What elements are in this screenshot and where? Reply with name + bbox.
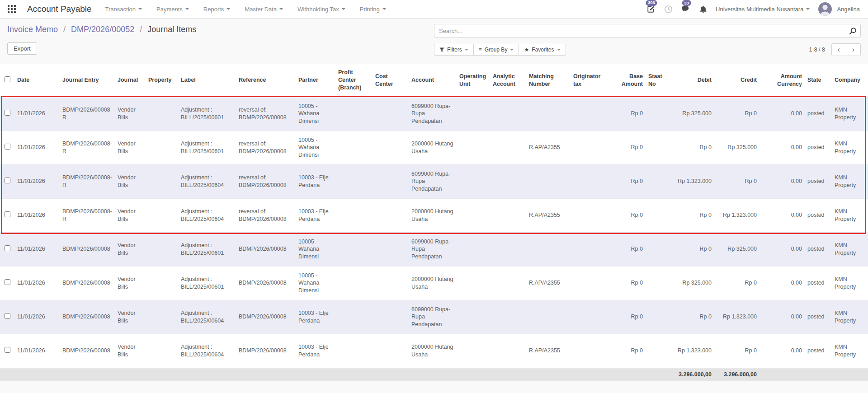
top-menu-item[interactable]: Withholding Tax bbox=[297, 6, 345, 13]
table-row[interactable]: 11/01/2026 BDMP/2026/00008-R Vendor Bill… bbox=[0, 97, 868, 131]
cell-analytic-account bbox=[490, 97, 526, 131]
journal-items-table: Date Journal Entry Journal Property Labe… bbox=[0, 64, 868, 381]
row-checkbox[interactable] bbox=[5, 144, 10, 150]
column-header-label[interactable]: Label bbox=[178, 64, 236, 97]
column-header-date[interactable]: Date bbox=[14, 64, 60, 97]
cell-profit-center bbox=[335, 97, 373, 131]
cell-cost-center bbox=[373, 164, 409, 198]
total-debit: 3.296.000,00 bbox=[669, 368, 714, 381]
cell-partner: 10003 - Elje Perdana bbox=[296, 334, 335, 368]
column-header-originator-tax[interactable]: Originator tax bbox=[571, 64, 610, 97]
apps-menu-icon[interactable] bbox=[7, 5, 16, 14]
search-input[interactable] bbox=[434, 24, 861, 37]
row-checkbox[interactable] bbox=[5, 313, 10, 319]
top-menu-item[interactable]: Reports bbox=[203, 6, 231, 13]
top-menu-item[interactable]: Transaction bbox=[105, 6, 142, 13]
cell-originator-tax bbox=[571, 300, 610, 334]
column-header-credit[interactable]: Credit bbox=[714, 64, 760, 97]
messages-button[interactable]: 393 bbox=[646, 5, 656, 14]
breadcrumb-document[interactable]: DMP/2026/00052 bbox=[71, 25, 134, 34]
cell-property bbox=[146, 164, 178, 198]
top-menu-item[interactable]: Master Data bbox=[245, 6, 283, 13]
top-menu-item[interactable]: Printing bbox=[360, 6, 386, 13]
cell-base-amount: Rp 0 bbox=[610, 97, 646, 131]
column-header-base-amount[interactable]: Base Amount bbox=[610, 64, 646, 97]
table-row[interactable]: 11/01/2026 BDMP/2026/00008 Vendor Bills … bbox=[0, 232, 868, 266]
group-by-button[interactable]: ≡ Group By bbox=[473, 44, 519, 56]
cell-credit: Rp 1.323.000 bbox=[714, 300, 760, 334]
row-checkbox[interactable] bbox=[5, 347, 10, 353]
user-avatar[interactable] bbox=[818, 2, 832, 16]
cell-company: KMN Property bbox=[832, 198, 868, 232]
column-header-profit-center[interactable]: Profit Center (Branch) bbox=[335, 64, 373, 97]
row-checkbox[interactable] bbox=[5, 279, 10, 285]
cell-credit: Rp 325.000 bbox=[714, 232, 760, 266]
row-select-cell bbox=[0, 300, 14, 334]
cell-account: 2000000 Hutang Usaha bbox=[409, 131, 457, 164]
column-header-analytic-account[interactable]: Analytic Account bbox=[490, 64, 526, 97]
search-options: Filters ≡ Group By ★ Favorites bbox=[434, 44, 566, 56]
company-switcher[interactable]: Universitas Multimedia Nusantara bbox=[716, 6, 810, 13]
cell-operating-unit bbox=[457, 97, 490, 131]
chat-button[interactable]: 33 bbox=[681, 5, 691, 14]
column-header-debit[interactable]: Debit bbox=[669, 64, 714, 97]
cell-reference: reversal of: BDMP/2026/00008 bbox=[236, 97, 296, 131]
cell-property bbox=[146, 131, 178, 164]
column-header-operating-unit[interactable]: Operating Unit bbox=[457, 64, 490, 97]
cell-originator-tax bbox=[571, 164, 610, 198]
column-header-account[interactable]: Account bbox=[409, 64, 457, 97]
cell-amount-currency: 0,00 bbox=[760, 266, 805, 300]
table-row[interactable]: 11/01/2026 BDMP/2026/00008-R Vendor Bill… bbox=[0, 164, 868, 198]
row-checkbox[interactable] bbox=[5, 211, 10, 217]
table-row[interactable]: 11/01/2026 BDMP/2026/00008 Vendor Bills … bbox=[0, 334, 868, 368]
column-header-journal[interactable]: Journal bbox=[115, 64, 146, 97]
filters-button[interactable]: Filters bbox=[434, 44, 474, 56]
table-row[interactable]: 11/01/2026 BDMP/2026/00008 Vendor Bills … bbox=[0, 300, 868, 334]
export-button[interactable]: Export bbox=[7, 42, 37, 55]
column-header-state[interactable]: State bbox=[805, 64, 832, 97]
table-footer: 3.296.000,00 3.296.000,00 bbox=[0, 368, 868, 381]
column-header-amount-currency[interactable]: Amount Currency bbox=[760, 64, 805, 97]
column-header-partner[interactable]: Partner bbox=[296, 64, 335, 97]
cell-debit: Rp 1.323.000 bbox=[669, 334, 714, 368]
cell-date: 11/01/2026 bbox=[14, 334, 60, 368]
column-header-reference[interactable]: Reference bbox=[236, 64, 296, 97]
cell-profit-center bbox=[335, 131, 373, 164]
top-menu-item-label: Reports bbox=[203, 6, 224, 13]
column-header-property[interactable]: Property bbox=[146, 64, 178, 97]
cell-state: posted bbox=[805, 97, 832, 131]
table-row[interactable]: 11/01/2026 BDMP/2026/00008-R Vendor Bill… bbox=[0, 198, 868, 232]
column-header-staat-no[interactable]: Staat No bbox=[646, 64, 669, 97]
row-checkbox[interactable] bbox=[5, 110, 10, 116]
pager-previous-button[interactable]: ‹ bbox=[831, 43, 846, 56]
cell-staat-no bbox=[646, 131, 669, 164]
favorites-button[interactable]: ★ Favorites bbox=[519, 44, 566, 56]
cell-state: posted bbox=[805, 300, 832, 334]
breadcrumb-invoice-memo[interactable]: Invoice Memo bbox=[7, 25, 58, 34]
notifications-button[interactable] bbox=[699, 5, 707, 14]
select-all-checkbox[interactable] bbox=[5, 76, 10, 82]
cell-base-amount: Rp 0 bbox=[610, 164, 646, 198]
chevron-down-icon bbox=[342, 8, 345, 12]
row-select-cell bbox=[0, 198, 14, 232]
table-row[interactable]: 11/01/2026 BDMP/2026/00008-R Vendor Bill… bbox=[0, 131, 868, 164]
cell-reference: BDMP/2026/00008 bbox=[236, 232, 296, 266]
cell-analytic-account bbox=[490, 198, 526, 232]
search-icon[interactable] bbox=[849, 27, 857, 37]
top-menu-item[interactable]: Payments bbox=[156, 6, 189, 13]
cell-company: KMN Property bbox=[832, 232, 868, 266]
cell-account: 6099000 Rupa-Rupa Pendapatan bbox=[409, 300, 457, 334]
table-row[interactable]: 11/01/2026 BDMP/2026/00008 Vendor Bills … bbox=[0, 266, 868, 300]
row-checkbox[interactable] bbox=[5, 178, 10, 183]
column-header-journal-entry[interactable]: Journal Entry bbox=[60, 64, 115, 97]
column-header-company[interactable]: Company bbox=[832, 64, 868, 97]
column-header-cost-center[interactable]: Cost Center bbox=[373, 64, 409, 97]
activities-button[interactable] bbox=[664, 5, 673, 14]
cell-debit: Rp 0 bbox=[669, 300, 714, 334]
username: Angelina bbox=[837, 6, 860, 13]
cell-base-amount: Rp 0 bbox=[610, 232, 646, 266]
pager-next-button[interactable]: › bbox=[846, 43, 861, 56]
row-checkbox[interactable] bbox=[5, 245, 10, 251]
column-header-matching-number[interactable]: Matching Number bbox=[526, 64, 571, 97]
cell-company: KMN Property bbox=[832, 164, 868, 198]
